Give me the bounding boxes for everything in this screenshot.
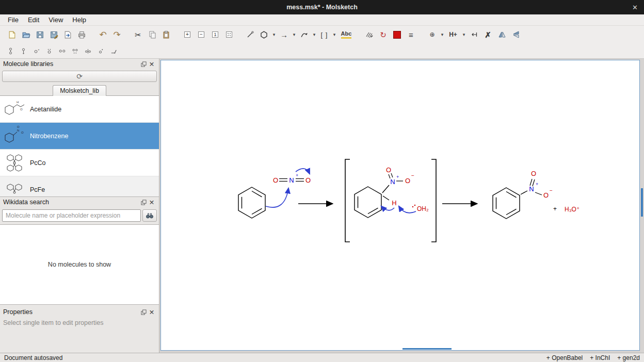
- close-dock-icon[interactable]: ✕: [148, 308, 156, 316]
- save-as-icon[interactable]: [47, 28, 61, 41]
- delete-tool-icon[interactable]: ✗: [481, 28, 495, 41]
- svg-text:N: N: [17, 129, 19, 132]
- cut-icon[interactable]: ✂: [131, 28, 145, 41]
- menu-view[interactable]: View: [44, 15, 68, 25]
- mechanism-arrow-dropdown-icon[interactable]: ▾: [311, 28, 317, 41]
- tab-molsketch-lib[interactable]: Molsketch_lib: [53, 85, 106, 96]
- reaction-arrow-dropdown-icon[interactable]: ▾: [291, 28, 297, 41]
- bond-angle-tool-icon[interactable]: [107, 45, 120, 57]
- close-dock-icon[interactable]: ✕: [148, 60, 156, 68]
- hydrogen-tool-dropdown-icon[interactable]: ▾: [461, 28, 467, 41]
- open-file-icon[interactable]: [19, 28, 33, 41]
- window-close-icon[interactable]: ✕: [632, 0, 638, 14]
- float-dock-icon[interactable]: [139, 308, 148, 316]
- atom-pair-tool-icon[interactable]: [4, 45, 17, 57]
- molecule-libraries-title: Molecule libraries: [3, 60, 53, 68]
- search-button[interactable]: [142, 209, 157, 222]
- flip-vertical-icon[interactable]: [509, 28, 523, 41]
- benzene-molecule[interactable]: [238, 187, 265, 218]
- no-molecules-text: No molecules to show: [48, 261, 111, 268]
- two-atoms-tool-icon[interactable]: [56, 45, 69, 57]
- shift-tool-icon[interactable]: [467, 28, 481, 41]
- title-bar: mess.msk* - Molsketch ✕: [0, 0, 644, 14]
- text-tool-icon[interactable]: Abc: [337, 28, 355, 41]
- line-width-icon[interactable]: ≡: [404, 28, 418, 41]
- svg-text:−: −: [200, 31, 203, 37]
- nitronium-ion[interactable]: O N O +: [273, 173, 311, 184]
- svg-text:N: N: [529, 185, 534, 193]
- atom-dots-tool-icon[interactable]: [69, 45, 82, 57]
- close-dock-icon[interactable]: ✕: [148, 198, 156, 206]
- vertical-scrollbar-thumb[interactable]: [641, 188, 643, 217]
- list-item-label: Acetanilide: [30, 106, 61, 113]
- bracket-tool-dropdown-icon[interactable]: ▾: [331, 28, 337, 41]
- plugin-openbabel: + OpenBabel: [546, 354, 583, 361]
- export-icon[interactable]: [61, 28, 75, 41]
- mechanism-arrow[interactable]: [381, 206, 394, 210]
- svg-text:O: O: [543, 191, 549, 199]
- print-icon[interactable]: [75, 28, 89, 41]
- svg-text:+: +: [396, 174, 399, 179]
- list-item-pcco[interactable]: PcCo: [0, 150, 159, 176]
- svg-text:N: N: [390, 178, 395, 186]
- zoom-in-icon[interactable]: +: [180, 28, 194, 41]
- svg-text:−: −: [550, 188, 553, 193]
- charge-tool-icon[interactable]: ⊕: [425, 28, 439, 41]
- wikidata-search-row: [0, 207, 159, 224]
- ring-tool-dropdown-icon[interactable]: ▾: [271, 28, 277, 41]
- float-dock-icon[interactable]: [139, 198, 148, 206]
- zoom-original-icon[interactable]: 1: [208, 28, 222, 41]
- copy-icon[interactable]: [145, 28, 159, 41]
- undo-icon[interactable]: ↶: [96, 28, 110, 41]
- properties-header: Properties ✕: [0, 307, 159, 317]
- svg-text:1: 1: [214, 32, 216, 37]
- redo-icon[interactable]: ↷: [110, 28, 124, 41]
- draw-bond-icon[interactable]: [243, 28, 257, 41]
- horizontal-scrollbar-thumb[interactable]: [403, 348, 452, 350]
- hatch-tool-icon[interactable]: [362, 28, 376, 41]
- drawing-canvas[interactable]: O N O + N: [160, 60, 640, 351]
- lone-pair-tool-icon[interactable]: [43, 45, 56, 57]
- new-document-icon[interactable]: [5, 28, 19, 41]
- hydrogen-tool-icon[interactable]: H+: [445, 28, 461, 41]
- arenium-intermediate[interactable]: N + O O − H: [355, 166, 414, 218]
- status-message: Document autosaved: [4, 354, 62, 361]
- list-item-pcfe[interactable]: PcFe: [0, 176, 159, 197]
- flip-horizontal-icon[interactable]: [495, 28, 509, 41]
- ring-tool-icon[interactable]: [257, 28, 271, 41]
- plugin-inchi: + InChI: [590, 354, 610, 361]
- mechanism-arrow-tool-icon[interactable]: [297, 28, 311, 41]
- float-dock-icon[interactable]: [139, 60, 148, 68]
- list-item-nitrobenzene[interactable]: NOO Nitrobenzene: [0, 123, 159, 150]
- atom-chain-tool-icon[interactable]: [17, 45, 30, 57]
- mechanism-arrow[interactable]: [399, 206, 416, 213]
- zoom-fit-icon[interactable]: [222, 28, 236, 41]
- molecule-search-input[interactable]: [2, 209, 141, 222]
- svg-text:H: H: [17, 101, 19, 104]
- menu-file[interactable]: File: [3, 15, 23, 25]
- color-button-icon[interactable]: [390, 28, 404, 41]
- save-icon[interactable]: [33, 28, 47, 41]
- rotate-tool-icon[interactable]: ↻: [376, 28, 390, 41]
- library-tabbar: Molsketch_lib: [0, 84, 159, 96]
- svg-text:OH₂: OH₂: [417, 205, 429, 212]
- paste-icon[interactable]: [159, 28, 173, 41]
- reaction-arrow-tool-icon[interactable]: →: [277, 28, 291, 41]
- charge-tool-dropdown-icon[interactable]: ▾: [439, 28, 445, 41]
- svg-text:O: O: [21, 131, 24, 134]
- atom-charge-tool-icon[interactable]: +: [30, 45, 43, 57]
- menu-edit[interactable]: Edit: [23, 15, 44, 25]
- nitrobenzene-product[interactable]: N + O O −: [493, 170, 553, 219]
- water-molecule[interactable]: OH₂: [399, 205, 429, 213]
- nitrobenzene-structure-icon: NOO: [2, 124, 27, 149]
- list-item-acetanilide[interactable]: HO Acetanilide: [0, 96, 159, 123]
- menu-help[interactable]: Help: [68, 15, 91, 25]
- mechanism-arrow[interactable]: [266, 188, 288, 207]
- status-bar: Document autosaved + OpenBabel + InChI +…: [0, 353, 644, 362]
- bond-split-tool-icon[interactable]: [82, 45, 94, 57]
- zoom-out-icon[interactable]: −: [194, 28, 208, 41]
- hydronium-ion[interactable]: H₃O⁺: [565, 206, 579, 213]
- radical-tool-icon[interactable]: [94, 45, 107, 57]
- refresh-library-button[interactable]: ⟳: [2, 71, 157, 82]
- bracket-tool-icon[interactable]: [ ]: [317, 28, 331, 41]
